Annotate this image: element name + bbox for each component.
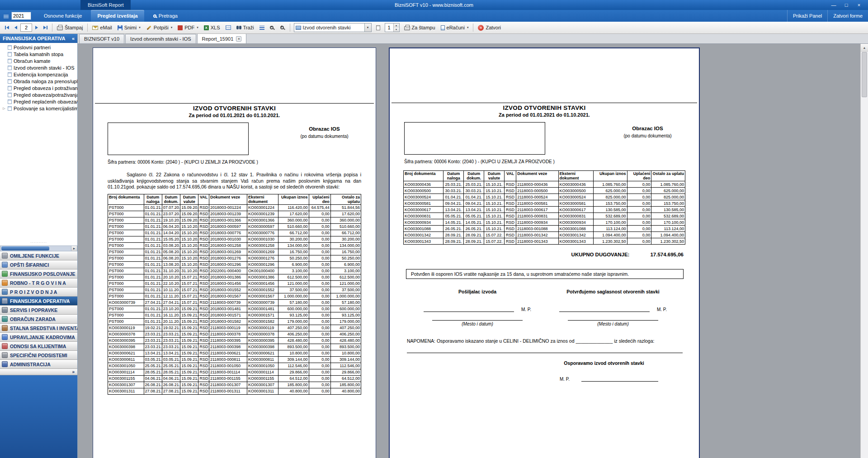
table-cell: 2118003-000617 [516,207,558,213]
tab-osnovne-funkcije[interactable]: Osnovne funkcije [38,10,88,22]
vertical-scrollbar[interactable]: ▲ [860,44,868,458]
page-setup-button[interactable] [374,23,382,33]
table-cell: 130.585,00 [651,207,685,213]
table-cell: 17.620,00 [330,211,361,217]
table-cell: 01.01.21. [144,318,162,325]
tab-pregled-izvestaja[interactable]: Pregled izveštaja [91,10,144,22]
sidebar-section-label: FINANSIJSKA OPERATIVA [10,298,70,304]
copies-input[interactable] [385,24,393,31]
sidebar-section[interactable]: ADMINISTRACIJA [0,360,77,369]
sidebar-section[interactable]: OMILJENE FUNKCIJE [0,251,77,260]
table-cell: RSD [504,238,516,245]
accordion-overflow-strip[interactable]: » [0,369,77,375]
grid-export-button[interactable] [223,23,233,33]
sidebar-section[interactable]: P R O I Z V O D N J A [0,288,77,297]
year-input[interactable] [11,12,31,20]
report-type-select[interactable]: Izvod otvorenih stavki ▼ [294,23,372,32]
table-cell: 40.800,00 [278,388,309,394]
copies-stepper[interactable]: ▲ ▼ [385,23,400,32]
xls-button[interactable]: X XLS [202,23,222,33]
print-button[interactable]: Štampaj [55,23,85,33]
sidebar-section-label: ADMINISTRACIJA [10,362,51,367]
scrollbar-thumb[interactable] [862,52,867,97]
sidebar-section[interactable]: SPECIFIČNI PODSISTEMI [0,351,77,360]
tab-pretraga[interactable]: Pretraga [147,10,184,22]
column-header: Ukupan iznos [593,171,627,181]
table-cell: 825.000,00 [593,194,627,200]
table-row: KO00300081103.05.21.03.05.21.15.09.21.RS… [108,356,361,363]
close-forms-button[interactable]: Zatvori forme [827,10,868,22]
minimize-icon[interactable]: — [828,0,839,10]
table-cell: 1.000.000,00 [278,293,309,299]
sidebar-section[interactable]: STALNA SREDSTVA I INVENTAR [0,324,77,333]
next-page-button[interactable] [33,23,40,33]
show-panel-button[interactable]: Prikaži Panel [787,10,827,22]
sidebar-section[interactable]: FINANSIJSKA OPERATIVA [0,297,77,306]
sidebar-item[interactable]: Pregled neplaćenih obaveza/pot [0,98,77,105]
thumbnails-button[interactable] [257,23,267,33]
collapse-panel-icon[interactable]: « [72,36,75,41]
sidebar-section[interactable]: ROBNO - T R G O V I N A [0,279,77,288]
sidebar-section[interactable]: SERVIS I POPRAVKE [0,306,77,315]
sidebar-item[interactable]: Obrada naloga za prenos/uplatu [0,78,77,85]
table-cell: 428.480,00 [330,337,361,344]
page-number-input[interactable] [20,24,32,32]
sidebar-section[interactable]: OPŠTI ŠIFARNICI [0,260,77,269]
sidebar-section[interactable]: ODNOSI SA KLIJENTIMA [0,342,77,351]
table-cell: 04.06.21. [144,375,162,382]
combo-dropdown-icon[interactable]: ▼ [364,24,371,32]
sidebar-item[interactable]: Pregled obaveza i potraživanja [0,85,77,91]
sidebar-header: FINANSIJSKA OPERATIVA « [0,34,77,43]
sidebar-section[interactable]: UPRAVLJANJE KADROVIMA [0,333,77,342]
table-cell: 14.05.21. [464,219,484,226]
email-button[interactable]: eMail [90,23,114,33]
eracuni-button[interactable]: eRačuni ▾ [439,23,471,33]
table-row: PST00001.01.21.23.07.20.15.09.20.RSD2018… [108,211,361,217]
sidebar-item[interactable]: ▷Poslovanje sa komercijalistima [0,105,77,112]
sidebar-item[interactable]: Obračun kamate [0,57,77,64]
prev-page-button[interactable] [12,23,19,33]
close-report-button[interactable]: Zatvori [476,23,503,33]
for-print-button[interactable]: Za štampu [402,23,438,33]
table-cell: 06.04.20. [162,223,180,230]
menu-grid-icon[interactable] [4,14,9,18]
table-cell: KO003001088 [558,226,593,232]
tab-close-icon[interactable]: × [236,36,241,42]
document-tab[interactable]: Izvod otvorenih stavki - IOS [125,34,196,43]
sidebar-item[interactable]: Evidencija kompenzacija [0,71,77,78]
stepper-arrows[interactable]: ▲ ▼ [393,24,399,32]
splitter-handle[interactable]: ·········· [0,241,77,246]
sidebar-item-label: Evidencija kompenzacija [14,72,68,77]
sidebar-item[interactable]: Tabela kamatnih stopa [0,51,77,57]
sidebar-item[interactable]: Pregled obaveza/potraživanja po [0,91,77,98]
hscroll-thumb[interactable] [1,246,49,250]
last-page-button[interactable] [41,23,50,33]
document-tab-label: BIZNISOFT v10 [84,36,119,42]
first-page-button[interactable] [3,23,11,33]
scroll-up-icon[interactable]: ▲ [861,44,868,52]
maximize-icon[interactable]: □ [841,0,852,10]
zoom-in-button[interactable] [278,23,288,33]
document-tab[interactable]: BIZNISOFT v10 [79,34,124,43]
sidebar-section[interactable]: OBRAČUN ZARADA [0,315,77,324]
sign-button[interactable]: Potpiši ▾ [144,23,175,33]
close-icon[interactable]: × [854,0,864,10]
table-cell: 407.250,00 [330,325,361,331]
zoom-out-button[interactable] [268,23,277,33]
sidebar-section[interactable]: FINANSIJSKO POSLOVANJE [0,269,77,279]
document-tab[interactable]: Report_15901× [197,33,247,43]
sidebar-hscrollbar[interactable]: ▸ [0,246,77,251]
spin-up-icon[interactable]: ▲ [394,24,399,28]
hscroll-arrow-icon[interactable]: ▸ [71,246,77,251]
sidebar-item[interactable]: Poslovni partneri [0,44,77,51]
table-cell: PST000 [108,230,144,236]
table-cell: 16.11.20. [162,312,180,318]
sidebar-item[interactable]: Izvod otvorenih stavki - IOS [0,64,77,71]
pdf-button[interactable]: PDF ▾ [175,23,201,33]
codebooks-icon [2,262,8,268]
table-cell: RSD [198,230,209,236]
save-button[interactable]: Snimi ▾ [115,23,143,33]
find-button[interactable]: Traži [234,23,256,33]
spin-down-icon[interactable]: ▼ [394,28,399,32]
table-cell: KO003000378 [108,331,144,337]
